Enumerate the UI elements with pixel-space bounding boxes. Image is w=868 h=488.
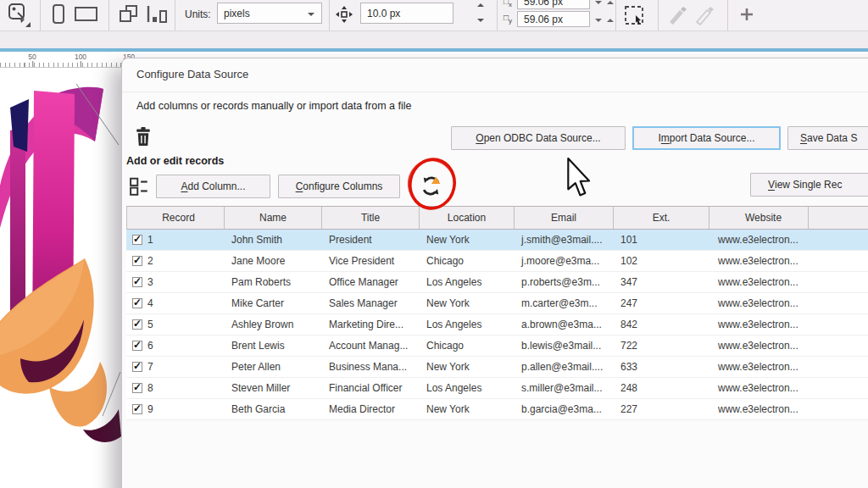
import-data-source-button[interactable]: Import Data Source...	[632, 126, 781, 150]
edit-fill-icon[interactable]	[666, 3, 688, 25]
record-number: 1	[147, 234, 153, 246]
cell-location: New York	[419, 361, 514, 373]
nudge-distance-field[interactable]: 10.0 px	[360, 3, 453, 24]
cell-email: p.allen@e3mail....	[514, 361, 613, 373]
column-header-website[interactable]: Website	[709, 207, 809, 229]
cell-ext: 842	[613, 319, 709, 330]
transform-tool-icon[interactable]	[7, 2, 32, 29]
duplicate-distance-y-icon: □y	[504, 14, 512, 25]
landscape-page-icon[interactable]	[75, 7, 97, 21]
cell-ext: 347	[613, 276, 709, 288]
row-checkbox[interactable]	[132, 341, 142, 351]
cell-location: Los Angeles	[419, 382, 514, 394]
cell-location: Los Angeles	[419, 319, 514, 330]
duplicate-y-spinner[interactable]	[595, 13, 614, 28]
trash-icon[interactable]	[134, 127, 153, 147]
table-row[interactable]: 9 Beth Garcia Media Director New York b.…	[126, 399, 868, 420]
column-header-name[interactable]: Name	[225, 207, 322, 229]
portrait-page-icon[interactable]	[53, 4, 64, 24]
object-size-icon[interactable]	[146, 4, 168, 25]
toolbar-divider	[497, 0, 498, 30]
column-header-ext[interactable]: Ext.	[614, 207, 709, 229]
table-row[interactable]: 8 Steven Miller Financial Officer Los An…	[126, 378, 868, 399]
cell-website: www.e3electron...	[709, 255, 808, 267]
units-value: pixels	[224, 8, 250, 19]
toolbar-divider	[40, 0, 41, 30]
workspace-strip	[0, 31, 868, 48]
record-number: 8	[147, 382, 153, 394]
add-column-button[interactable]: Add Column...	[156, 175, 270, 198]
row-checkbox[interactable]	[132, 383, 142, 393]
table-row[interactable]: 7 Peter Allen Business Mana... New York …	[126, 357, 868, 378]
plus-icon[interactable]	[739, 7, 754, 22]
annotation-circle	[405, 156, 459, 212]
record-number: 6	[147, 340, 153, 352]
cell-email: m.carter@e3m...	[514, 297, 613, 309]
duplicate-distance-y-field[interactable]: 59.06 px	[517, 11, 590, 27]
cell-website: www.e3electron...	[709, 382, 808, 394]
dialog-subtitle: Add columns or records manually or impor…	[136, 100, 411, 112]
row-checkbox[interactable]	[132, 404, 142, 414]
row-checkbox[interactable]	[132, 362, 142, 372]
units-select[interactable]: pixels	[217, 3, 322, 24]
table-row[interactable]: 2 Jane Moore Vice President Chicago j.mo…	[126, 251, 868, 272]
cell-title: Office Manager	[321, 276, 419, 288]
cell-email: b.garcia@e3ma...	[514, 403, 613, 415]
record-number: 5	[147, 319, 153, 330]
configure-columns-button[interactable]: Configure Columns	[278, 175, 400, 198]
row-checkbox[interactable]	[132, 256, 142, 266]
nudge-distance-icon	[334, 4, 354, 25]
column-header-email[interactable]: Email	[515, 207, 614, 229]
record-number: 2	[147, 255, 153, 267]
configure-data-source-dialog: Configure Data Source Add columns or rec…	[121, 58, 868, 488]
cell-name: Pam Roberts	[224, 276, 321, 288]
open-odbc-data-source-button[interactable]: Open ODBC Data Source...	[451, 126, 626, 150]
duplicate-x-spinner[interactable]	[595, 0, 614, 10]
cell-name: Ashley Brown	[224, 319, 321, 330]
nudge-spinner[interactable]	[475, 3, 487, 22]
table-row[interactable]: 6 Brent Lewis Account Manag... Chicago b…	[126, 336, 868, 357]
toolbar-divider	[329, 0, 330, 30]
edit-outline-icon[interactable]	[693, 3, 715, 25]
column-header-extra[interactable]	[809, 207, 868, 229]
table-row[interactable]: 3 Pam Roberts Office Manager Los Angeles…	[126, 272, 868, 293]
cell-title: Financial Officer	[321, 382, 419, 394]
duplicate-distance-x-value: 59.06 px	[524, 0, 563, 8]
column-header-record[interactable]: Record	[127, 207, 225, 229]
treat-as-filled-icon[interactable]	[622, 3, 648, 27]
row-checkbox[interactable]	[132, 277, 142, 287]
cell-location: Los Angeles	[419, 276, 514, 288]
records-list-icon[interactable]	[130, 176, 150, 197]
duplicate-pages-icon[interactable]	[119, 4, 139, 25]
record-number: 9	[147, 403, 153, 415]
cell-name: Beth Garcia	[224, 403, 321, 415]
cell-location: Chicago	[419, 340, 514, 352]
record-number: 7	[147, 361, 153, 373]
cell-location: Chicago	[419, 255, 514, 267]
row-checkbox[interactable]	[132, 319, 142, 330]
table-header-row: Record Name Title Location Email Ext. We…	[126, 206, 868, 230]
cell-email: s.miller@e3mail...	[514, 382, 613, 394]
view-single-record-button[interactable]: View Single Rec	[750, 173, 868, 197]
cell-name: Peter Allen	[224, 361, 321, 373]
table-row[interactable]: 1 John Smith President New York j.smith@…	[126, 230, 868, 251]
save-data-source-button[interactable]: Save Data S	[787, 126, 868, 150]
table-row[interactable]: 5 Ashley Brown Marketing Dire... Los Ang…	[126, 314, 868, 336]
cell-title: President	[321, 234, 419, 246]
row-checkbox[interactable]	[132, 298, 142, 308]
row-checkbox[interactable]	[132, 235, 142, 245]
cell-email: p.roberts@e3m...	[514, 276, 613, 288]
cell-title: Marketing Dire...	[321, 319, 419, 330]
cell-name: Steven Miller	[224, 382, 321, 394]
cell-website: www.e3electron...	[709, 297, 808, 309]
cell-location: New York	[419, 234, 514, 246]
nudge-distance-value: 10.0 px	[367, 8, 400, 19]
cell-title: Account Manag...	[321, 340, 419, 352]
toolbar-divider	[175, 0, 175, 30]
duplicate-distance-x-field[interactable]: 59.06 px	[517, 0, 590, 9]
artwork-graphic	[0, 67, 121, 488]
cell-ext: 227	[613, 403, 709, 415]
cell-location: New York	[419, 297, 514, 309]
table-row[interactable]: 4 Mike Carter Sales Manager New York m.c…	[126, 293, 868, 314]
cell-name: Jane Moore	[224, 255, 321, 267]
